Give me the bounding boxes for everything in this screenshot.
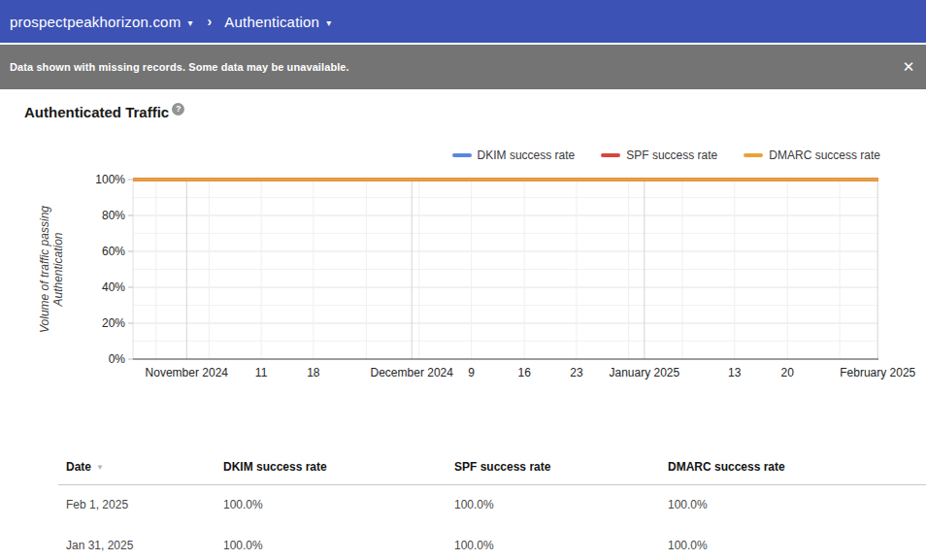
- svg-text:Authentication: Authentication: [51, 232, 65, 307]
- chevron-down-icon: ▾: [187, 17, 192, 28]
- legend-label: DKIM success rate: [478, 148, 576, 162]
- legend-item: SPF success rate: [601, 148, 717, 162]
- svg-text:18: 18: [307, 366, 320, 379]
- help-icon[interactable]: ?: [172, 103, 184, 115]
- svg-text:16: 16: [518, 366, 532, 379]
- svg-text:23: 23: [570, 366, 583, 379]
- svg-text:60%: 60%: [102, 245, 125, 258]
- svg-text:9: 9: [468, 366, 475, 379]
- svg-text:80%: 80%: [102, 209, 125, 222]
- page-title: Authenticated Traffic: [24, 104, 169, 120]
- legend-swatch: [601, 153, 620, 157]
- legend-swatch: [452, 153, 472, 157]
- domain-name: prospectpeakhorizon.com: [10, 14, 181, 30]
- section-header: Authenticated Traffic ?: [24, 104, 184, 120]
- svg-text:Volume of traffic passing: Volume of traffic passing: [38, 206, 51, 333]
- svg-text:11: 11: [255, 366, 268, 379]
- section-selector[interactable]: Authentication ▾: [224, 14, 331, 30]
- chart-legend: DKIM success rateSPF success rateDMARC s…: [452, 148, 880, 162]
- svg-text:20: 20: [781, 366, 795, 379]
- svg-text:January 2025: January 2025: [609, 366, 679, 379]
- warning-banner: Data shown with missing records. Some da…: [0, 45, 926, 89]
- svg-text:20%: 20%: [102, 316, 125, 330]
- svg-text:13: 13: [728, 366, 742, 379]
- legend-label: DMARC success rate: [769, 148, 880, 162]
- chevron-down-icon: ▾: [326, 17, 331, 28]
- svg-text:November 2024: November 2024: [146, 366, 229, 379]
- breadcrumb-chevron-icon: ›: [208, 14, 213, 29]
- svg-text:0%: 0%: [109, 352, 126, 366]
- warning-message: Data shown with missing records. Some da…: [10, 61, 349, 73]
- legend-item: DKIM success rate: [452, 148, 576, 162]
- legend-item: DMARC success rate: [744, 148, 880, 162]
- page: prospectpeakhorizon.com ▾ › Authenticati…: [0, 0, 926, 560]
- legend-label: SPF success rate: [626, 148, 717, 162]
- svg-text:December 2024: December 2024: [371, 366, 454, 379]
- close-icon[interactable]: ✕: [898, 56, 919, 78]
- svg-text:February 2025: February 2025: [840, 366, 915, 379]
- section-name: Authentication: [224, 14, 319, 30]
- legend-swatch: [744, 153, 763, 157]
- app-bar: prospectpeakhorizon.com ▾ › Authenticati…: [0, 0, 926, 43]
- domain-selector[interactable]: prospectpeakhorizon.com ▾: [10, 14, 193, 30]
- svg-text:40%: 40%: [102, 280, 125, 294]
- svg-text:100%: 100%: [95, 173, 125, 186]
